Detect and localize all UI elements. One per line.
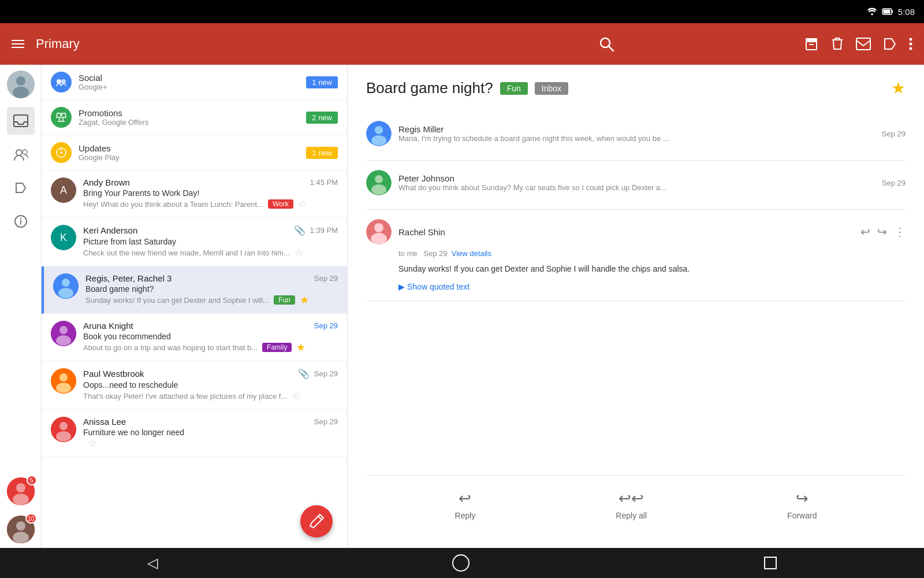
thread-sender-info-peter: Peter Johnson What do you think about Su… (398, 173, 875, 192)
sender-keri: Keri Anderson (83, 225, 137, 235)
avatar-paul (51, 368, 76, 394)
email-content-keri: Keri Anderson 📎 1:39 PM Picture from las… (83, 225, 338, 259)
time-aruna: Sep 29 (314, 321, 338, 330)
avatar-keri: K (51, 225, 76, 250)
thread-preview-peter: What do you think about Sunday? My car s… (398, 183, 875, 192)
sidebar-labels[interactable] (7, 174, 35, 202)
bottom-nav: ◁ (0, 548, 924, 578)
svg-point-20 (16, 483, 25, 492)
category-social[interactable]: Social Google+ 1 new (42, 65, 347, 100)
edit-icon (308, 513, 325, 529)
email-item-aruna[interactable]: Aruna Knight Sep 29 Book you recommended… (42, 314, 347, 361)
sender-regis: Regis, Peter, Rachel 3 (85, 273, 172, 283)
search-icon[interactable] (598, 36, 614, 52)
star-paul[interactable]: ☆ (292, 390, 301, 402)
svg-point-15 (23, 150, 27, 154)
sidebar-contacts[interactable] (7, 140, 35, 168)
avatar-andy-brown: A (51, 177, 76, 203)
toolbar-actions (804, 36, 912, 51)
view-details-link[interactable]: View details (452, 249, 491, 258)
more-icon[interactable] (909, 36, 912, 51)
thread-header-regis: Regis Miller Maria, I'm trying to schedu… (366, 121, 906, 146)
tag-work: Work (268, 199, 293, 209)
thread-header-peter: Peter Johnson What do you think about Su… (366, 170, 906, 195)
detail-subject-row: Board game night? Fun Inbox ★ (366, 79, 906, 98)
star-keri[interactable]: ☆ (295, 246, 304, 259)
category-updates[interactable]: Updates Google Play 1 new (42, 135, 347, 171)
star-regis[interactable]: ★ (300, 294, 309, 306)
preview-anissa: ☆ (83, 437, 338, 450)
email-item-keri[interactable]: K Keri Anderson 📎 1:39 PM Picture from l… (42, 218, 347, 266)
star-anissa[interactable]: ☆ (88, 437, 97, 450)
social-content: Social Google+ (79, 73, 299, 91)
sender-anissa: Anissa Lee (83, 417, 126, 427)
time-andy: 1:45 PM (310, 178, 338, 187)
thread-item-regis: Regis Miller Maria, I'm trying to schedu… (366, 112, 906, 161)
forward-button[interactable]: ↪ Forward (787, 490, 817, 520)
email-thread: Regis Miller Maria, I'm trying to schedu… (366, 112, 906, 301)
subject-regis: Board game night? (85, 284, 338, 294)
tag-family-aruna: Family (262, 343, 292, 352)
updates-content: Updates Google Play (79, 143, 299, 162)
avatar-aruna (51, 321, 76, 346)
sidebar-info[interactable] (7, 208, 35, 235)
user-avatar[interactable] (7, 71, 35, 98)
svg-point-47 (375, 175, 383, 183)
svg-point-38 (59, 373, 68, 381)
email-content-paul: Paul Westbrook 📎 Sep 29 Oops...need to r… (83, 368, 338, 402)
svg-point-41 (59, 422, 68, 430)
sender-aruna: Aruna Knight (83, 321, 133, 331)
more-button-rachel[interactable]: ⋮ (894, 225, 906, 239)
thread-body-rachel: Sunday works! If you can get Dexter and … (398, 262, 906, 275)
promotions-sub: Zagat, Google Offers (79, 118, 299, 127)
label-icon[interactable] (882, 36, 897, 51)
thread-sender-rachel: Rachel Shin (398, 227, 854, 237)
home-button[interactable] (452, 554, 470, 572)
updates-label: Updates (79, 143, 299, 153)
thread-sender-regis: Regis Miller (398, 124, 875, 134)
forward-label: Forward (787, 511, 817, 520)
delete-icon[interactable] (830, 36, 844, 51)
status-time: 5:08 (898, 7, 915, 17)
email-item-regis[interactable]: Regis, Peter, Rachel 3 Sep 29 Board game… (42, 266, 347, 314)
svg-point-45 (371, 135, 386, 146)
main-layout: 5 10 Social (0, 65, 924, 548)
email-item-paul[interactable]: Paul Westbrook 📎 Sep 29 Oops...need to r… (42, 361, 347, 410)
sidebar-inbox[interactable] (7, 107, 35, 135)
svg-point-11 (16, 76, 25, 86)
recents-button[interactable] (764, 557, 777, 569)
star-andy[interactable]: ☆ (298, 198, 307, 210)
archive-icon[interactable] (804, 36, 819, 51)
detail-star[interactable]: ★ (891, 79, 906, 98)
account-avatar-1[interactable]: 5 (7, 477, 35, 505)
category-promotions[interactable]: Promotions Zagat, Google Offers 2 new (42, 100, 347, 135)
account-avatar-2[interactable]: 10 (7, 516, 35, 543)
status-bar: 5:08 (0, 0, 924, 23)
svg-point-24 (13, 532, 29, 543)
menu-button[interactable] (12, 40, 24, 48)
svg-point-23 (16, 521, 25, 531)
reply-all-button[interactable]: ↩↩ Reply all (616, 490, 647, 520)
compose-fab[interactable] (300, 505, 333, 538)
time-regis: Sep 29 (314, 274, 338, 283)
email-item-anissa[interactable]: Anissa Lee Sep 29 Furniture we no longer… (42, 410, 347, 457)
svg-point-32 (62, 279, 70, 287)
email-content-anissa: Anissa Lee Sep 29 Furniture we no longer… (83, 417, 338, 450)
time-paul: Sep 29 (314, 369, 338, 378)
reply-icon: ↩ (459, 490, 471, 507)
sender-paul: Paul Westbrook (83, 369, 144, 379)
reply-button[interactable]: ↩ Reply (455, 490, 476, 520)
star-aruna[interactable]: ★ (296, 341, 305, 354)
email-item-andy-brown[interactable]: A Andy Brown 1:45 PM Bring Your Parents … (42, 171, 347, 218)
reply-button-rachel[interactable]: ↩ (860, 225, 870, 239)
mark-unread-icon[interactable] (856, 38, 871, 50)
quoted-chevron: ▶ (398, 282, 405, 291)
back-button[interactable]: ◁ (147, 555, 158, 571)
preview-aruna: About to go on a trip and was hoping to … (83, 341, 338, 354)
svg-point-25 (57, 79, 61, 84)
show-quoted-text[interactable]: ▶ Show quoted text (398, 282, 906, 291)
svg-rect-2 (892, 10, 893, 13)
svg-point-36 (56, 335, 71, 346)
updates-sub: Google Play (79, 153, 299, 162)
forward-button-rachel[interactable]: ↪ (877, 225, 887, 239)
